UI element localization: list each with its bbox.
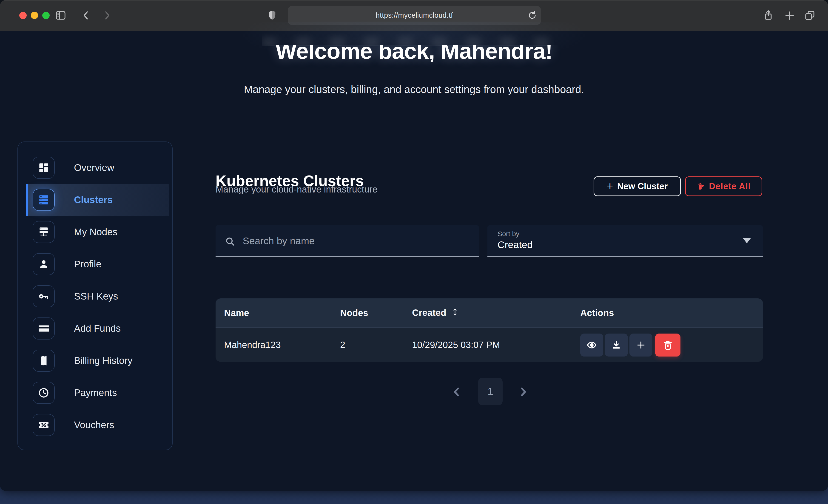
sidebar-item-my-nodes[interactable]: My Nodes [18,216,172,248]
url-text: https://myceliumcloud.tf [288,11,541,19]
clusters-icon [33,189,55,211]
sidebar-item-label: Clusters [74,194,113,205]
nodes-icon [33,221,55,243]
minimize-window-button[interactable] [31,12,38,19]
hero: Welcome back, Mahendra! [0,45,828,80]
privacy-shield-icon [266,9,278,22]
sort-updown-icon [452,308,458,319]
column-header-name: Name [224,308,249,318]
reload-icon[interactable] [527,10,537,21]
sidebar-item-label: Overview [74,162,114,173]
sort-label: Sort by [498,230,520,238]
view-cluster-button[interactable] [580,334,603,356]
eye-icon [586,340,597,350]
dashboard-icon [33,157,55,179]
sidebar-item-clusters[interactable]: Clusters [18,184,172,216]
close-window-button[interactable] [19,12,27,19]
clock-icon [33,382,55,404]
profile-icon [33,253,55,275]
download-icon [611,340,621,350]
sort-value: Created [498,239,533,250]
key-icon [33,285,55,307]
sidebar-item-label: Vouchers [74,419,114,430]
add-node-button[interactable] [629,334,653,356]
sidebar-item-profile[interactable]: Profile [18,248,172,280]
sidebar-item-label: My Nodes [74,226,117,238]
sidebar-item-payments[interactable]: Payments [18,377,172,409]
receipt-icon [33,350,55,372]
sidebar-nav: Overview Clusters [17,141,173,450]
chevron-right-icon [517,386,529,398]
clusters-table: Name Nodes Created Actions Mahendra123 2… [215,298,763,362]
trash-icon [663,340,673,350]
pagination-next-button[interactable] [517,386,529,398]
share-icon[interactable] [762,9,774,21]
sidebar-toggle-icon[interactable] [55,10,67,21]
column-header-actions: Actions [580,308,614,318]
chevron-down-icon [743,238,751,243]
trash-icon [697,182,705,191]
tab-overview-icon[interactable] [804,10,816,21]
hero-glow [262,32,554,46]
sidebar-item-label: Add Funds [74,323,121,334]
plus-icon: + [607,180,613,192]
table-row: Mahendra123 2 10/29/2025 03:07 PM [215,327,763,362]
sidebar-item-label: Profile [74,259,101,270]
search-box [215,225,479,257]
sidebar-item-ssh-keys[interactable]: SSH Keys [18,280,172,312]
sidebar-item-overview[interactable]: Overview [18,152,172,184]
column-header-created[interactable]: Created [412,307,458,319]
sidebar-item-vouchers[interactable]: Vouchers [18,409,172,441]
welcome-subtitle: Manage your clusters, billing, and accou… [0,83,828,95]
sidebar-item-label: Billing History [74,355,132,366]
zoom-window-button[interactable] [42,12,50,19]
cluster-created: 10/29/2025 03:07 PM [412,340,500,350]
page-content: Welcome back, Mahendra! Manage your clus… [0,31,828,491]
card-icon [33,318,55,339]
back-button[interactable] [81,10,91,21]
new-cluster-button[interactable]: + New Cluster [593,176,681,196]
forward-button[interactable] [101,10,112,21]
delete-all-button[interactable]: Delete All [685,176,762,196]
sort-dropdown[interactable]: Sort by Created [487,225,763,257]
pagination-page-1[interactable]: 1 [478,378,503,405]
cluster-nodes: 2 [340,340,345,350]
new-tab-icon[interactable] [784,10,795,21]
chevron-left-icon [451,386,463,398]
delete-cluster-button[interactable] [655,334,680,356]
table-header-row: Name Nodes Created Actions [215,298,763,327]
sidebar-item-label: Payments [74,387,117,398]
download-kubeconfig-button[interactable] [605,334,628,356]
search-input[interactable] [215,225,479,256]
browser-window: https://myceliumcloud.tf [0,0,828,491]
plus-icon [636,340,646,350]
column-header-nodes: Nodes [340,308,368,318]
new-cluster-label: New Cluster [617,181,668,192]
sidebar-item-billing-history[interactable]: Billing History [18,345,172,377]
page-subtitle: Manage your cloud-native infrastructure [215,184,378,195]
pagination-prev-button[interactable] [451,386,463,398]
ticket-icon [33,414,55,436]
delete-all-label: Delete All [709,181,751,192]
welcome-title: Welcome back, Mahendra! [0,45,828,64]
sidebar-item-add-funds[interactable]: Add Funds [18,312,172,345]
sidebar-item-label: SSH Keys [74,291,118,302]
cluster-name: Mahendra123 [224,340,281,350]
